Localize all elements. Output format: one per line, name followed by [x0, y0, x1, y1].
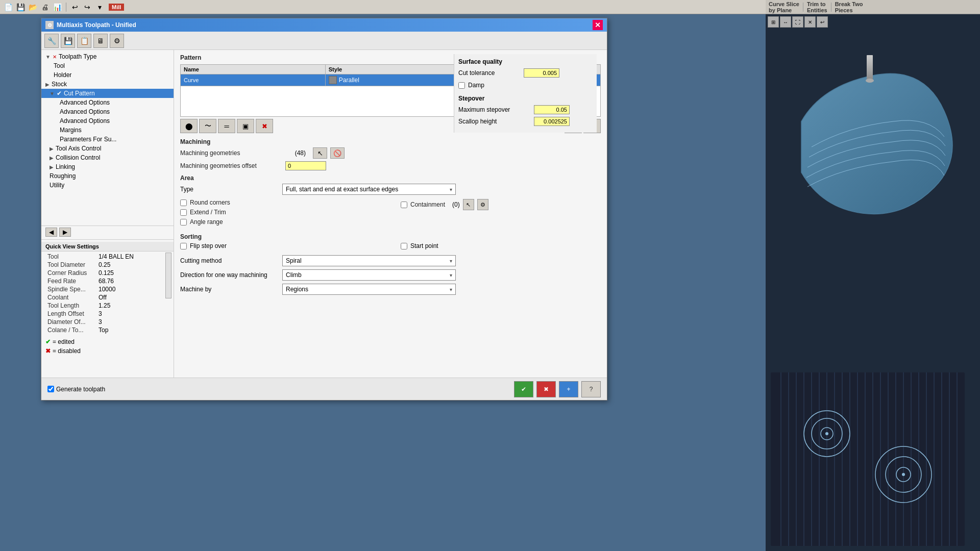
- damp-checkbox[interactable]: [458, 82, 465, 89]
- tree-item-stock[interactable]: ▶ Stock: [41, 80, 174, 89]
- pattern-curve-btn[interactable]: 〜: [199, 119, 216, 133]
- tree-item-holder[interactable]: Holder: [41, 70, 174, 80]
- help-button[interactable]: ?: [581, 381, 601, 397]
- containment-add-btn[interactable]: ↖: [463, 199, 474, 210]
- tree-item-tool[interactable]: Tool: [41, 61, 174, 70]
- expand-icon: ▶: [50, 155, 54, 161]
- zoom-view-svg: [771, 372, 965, 546]
- save-icon[interactable]: 💾: [15, 2, 26, 12]
- extend-trim-label: Extend / Trim: [190, 209, 226, 216]
- view-btn-3[interactable]: ⛶: [792, 16, 803, 28]
- generate-toolpath-checkbox[interactable]: [47, 386, 54, 392]
- ok-button[interactable]: ✔: [514, 381, 533, 397]
- save-dialog-button[interactable]: 💾: [61, 34, 75, 48]
- machine-by-dropdown[interactable]: Regions ▾: [282, 284, 456, 295]
- tree-item-collision[interactable]: ▶ Collision Control: [41, 153, 174, 162]
- tree-item-linking[interactable]: ▶ Linking: [41, 162, 174, 171]
- expand-icon: ▶: [50, 146, 54, 152]
- tree-label-tool-axis: Tool Axis Control: [56, 145, 101, 152]
- cutting-method-dropdown[interactable]: Spiral ▾: [282, 255, 456, 266]
- view-btn-5[interactable]: ↩: [817, 16, 828, 28]
- machine-by-value: Regions: [286, 286, 308, 293]
- tree-item-adv1[interactable]: Advanced Options: [41, 98, 174, 107]
- tree-label-toolpath-type: Toolpath Type: [59, 53, 97, 60]
- right-panel: Curve Sliceby Plane Trim toEntities Brea…: [766, 0, 980, 551]
- view-btn-4[interactable]: ✕: [804, 16, 816, 28]
- svg-rect-0: [867, 55, 873, 81]
- tool-button[interactable]: 🔧: [44, 34, 59, 48]
- containment-checkbox[interactable]: [401, 202, 407, 208]
- start-point-checkbox[interactable]: [401, 243, 407, 249]
- qv-feedrate: Feed Rate 68.76: [43, 277, 165, 285]
- max-stepover-input[interactable]: [534, 105, 570, 114]
- tree-item-utility[interactable]: Utility: [41, 181, 174, 190]
- tree-label-margins: Margins: [60, 127, 82, 134]
- cut-tolerance-input[interactable]: [524, 68, 559, 78]
- undo-icon[interactable]: ↩: [70, 2, 80, 12]
- tree-item-adv3[interactable]: Advanced Options: [41, 116, 174, 126]
- sort-right-col: Start point: [401, 242, 601, 252]
- area-left-col: Round corners Extend / Trim Angle range: [180, 199, 380, 228]
- containment-settings-btn[interactable]: ⚙: [477, 199, 488, 210]
- max-stepover-row: Maximum stepover: [458, 105, 593, 114]
- tree-item-roughing[interactable]: Roughing: [41, 171, 174, 181]
- area-type-dropdown[interactable]: Full, start and end at exact surface edg…: [282, 184, 456, 195]
- pattern-style-value: Parallel: [339, 77, 359, 84]
- trim-to-entities-label: Trim toEntities: [807, 1, 827, 13]
- redo-icon[interactable]: ↪: [82, 2, 92, 12]
- angle-range-checkbox[interactable]: [180, 219, 187, 226]
- pattern-box-btn[interactable]: ▣: [237, 119, 254, 133]
- qv-tool-value: 1/4 BALL EN: [99, 253, 134, 260]
- qv-colane-label: Colane / To...: [47, 327, 99, 334]
- expand-icon: ▶: [50, 164, 54, 170]
- tree-item-cut-pattern[interactable]: ▼ ✔ Cut Pattern: [41, 89, 174, 98]
- qv-scrollbar[interactable]: [165, 253, 172, 298]
- direction-dropdown[interactable]: Climb ▾: [282, 269, 456, 281]
- screen-button[interactable]: 🖥: [93, 34, 108, 48]
- close-button[interactable]: ✕: [593, 20, 603, 30]
- tree-scroll[interactable]: ▼ ✕ Toolpath Type Tool Holder ▶ Stock ▼ …: [41, 52, 174, 226]
- qv-corner: Corner Radius 0.125: [43, 269, 165, 277]
- tree-scroll-right[interactable]: ▶: [59, 228, 71, 237]
- settings-button[interactable]: ⚙: [110, 34, 124, 48]
- pattern-delete-btn[interactable]: ✖: [256, 119, 273, 133]
- pattern-flat-btn[interactable]: ═: [218, 119, 235, 133]
- containment-label: Containment: [410, 201, 445, 208]
- dialog-icon: ⚙: [45, 21, 54, 29]
- tree-item-margins[interactable]: Margins: [41, 126, 174, 135]
- scallop-height-input[interactable]: [534, 117, 570, 126]
- tree-item-toolpath-type[interactable]: ▼ ✕ Toolpath Type: [41, 52, 174, 61]
- 3d-view[interactable]: ⊞ ↔ ⛶ ✕ ↩: [766, 14, 980, 551]
- view-button[interactable]: 📋: [77, 34, 91, 48]
- tree-item-params[interactable]: Parameters For Su...: [41, 135, 174, 144]
- add-button[interactable]: +: [559, 381, 578, 397]
- pattern-add-sphere-btn[interactable]: ⬤: [180, 119, 198, 133]
- add-icon: +: [567, 386, 570, 393]
- export-icon[interactable]: 📊: [52, 2, 62, 12]
- command-icon[interactable]: ▾: [94, 2, 105, 12]
- tree-item-tool-axis[interactable]: ▶ Tool Axis Control: [41, 144, 174, 153]
- tree-label-holder: Holder: [54, 71, 71, 79]
- round-corners-checkbox[interactable]: [180, 199, 187, 206]
- machining-offset-input[interactable]: [285, 161, 326, 170]
- tree-scroll-left[interactable]: ◀: [45, 228, 57, 237]
- open-icon[interactable]: 📂: [28, 2, 38, 12]
- view-btn-1[interactable]: ⊞: [768, 16, 779, 28]
- machining-geometries-count: (48): [285, 149, 306, 157]
- machining-no-select-btn[interactable]: 🚫: [330, 147, 345, 159]
- direction-row: Direction for one way machining Climb ▾: [180, 269, 601, 281]
- print-icon[interactable]: 🖨: [40, 2, 50, 12]
- tree-item-adv2[interactable]: Advanced Options: [41, 107, 174, 116]
- view-btn-2[interactable]: ↔: [780, 16, 791, 28]
- extend-trim-checkbox[interactable]: [180, 209, 187, 216]
- cancel-button[interactable]: ✖: [536, 381, 556, 397]
- flip-step-checkbox[interactable]: [180, 243, 187, 249]
- qv-tool-label: Tool: [47, 253, 99, 260]
- machining-section-title: Machining: [180, 138, 601, 145]
- qv-lenoffset-label: Length Offset: [47, 310, 99, 317]
- new-icon[interactable]: 📄: [3, 2, 13, 12]
- area-right-col: Containment (0) ↖ ⚙: [401, 199, 601, 228]
- tree-label-roughing: Roughing: [50, 172, 76, 180]
- surface-quality-title: Surface quality: [458, 58, 593, 65]
- machining-select-btn[interactable]: ↖: [313, 147, 327, 159]
